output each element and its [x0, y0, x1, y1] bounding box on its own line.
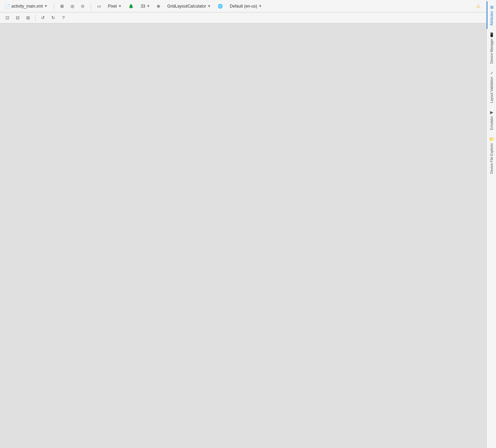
- tree-icon: 🌲: [128, 4, 134, 9]
- globe-icon: 🌐: [218, 4, 223, 9]
- device-type-icon: ▭: [95, 3, 103, 9]
- api-label: 33: [141, 4, 145, 9]
- locale-label: Default (en-us): [230, 4, 257, 9]
- redo-btn[interactable]: ↻: [49, 14, 58, 22]
- file-icon: 📄: [5, 4, 10, 9]
- device-arrow: ▼: [118, 4, 122, 8]
- camera-button[interactable]: ⊙: [79, 3, 86, 9]
- separator-1: [54, 3, 54, 10]
- file-label: activity_main.xml: [11, 4, 43, 9]
- emulator-tab[interactable]: ▶ Emulator: [487, 106, 496, 133]
- device-file-explorer-tab[interactable]: 📁 Device File Explorer: [487, 133, 496, 177]
- api-level-icon: 🌲: [126, 3, 136, 9]
- layout-validation-tab[interactable]: ✓ Layout Validation: [487, 67, 496, 106]
- layout-validation-label: Layout Validation: [490, 77, 494, 103]
- warning-button[interactable]: ⚠: [474, 3, 483, 10]
- app-dropdown[interactable]: GridLayoutCalculator ▼: [165, 3, 213, 9]
- undo-btn[interactable]: ↺: [38, 14, 47, 22]
- blueprint-view-btn[interactable]: ⊟: [13, 14, 22, 22]
- file-explorer-label: Device File Explorer: [490, 143, 494, 174]
- device-manager-label: Device Manager: [490, 39, 494, 64]
- api-arrow: ▼: [147, 4, 150, 8]
- normal-view-icon: ⊡: [6, 15, 9, 20]
- undo-icon: ↺: [41, 15, 45, 20]
- locale-dropdown[interactable]: Default (en-us) ▼: [228, 3, 264, 9]
- help-icon: ?: [62, 15, 64, 20]
- locale-icon: 🌐: [216, 3, 225, 9]
- layers-button[interactable]: ⊞: [58, 3, 66, 9]
- separator-2: [91, 3, 91, 10]
- device-manager-icon: 📱: [489, 32, 494, 37]
- locale-arrow: ▼: [258, 4, 262, 8]
- right-panel: ⊞ Attributes 📱 Device Manager ✓ Layout V…: [486, 0, 496, 448]
- phone-icon: ▭: [97, 4, 101, 9]
- emulator-icon: ▶: [490, 110, 493, 115]
- device-manager-tab[interactable]: 📱 Device Manager: [487, 29, 496, 67]
- main-toolbar: 📄 activity_main.xml ▼ ⊞ ◎ ⊙ ▭ Pixel ▼ 🌲 …: [0, 0, 496, 12]
- app-name: GridLayoutCalculator: [167, 4, 206, 9]
- camera-icon: ⊙: [81, 4, 84, 9]
- blueprint-icon: ⊟: [16, 15, 20, 20]
- attributes-label: Attributes: [490, 11, 494, 26]
- redo-icon: ↻: [51, 15, 55, 20]
- toolbar2-sep: [35, 14, 35, 21]
- file-dropdown-arrow: ▼: [44, 4, 48, 8]
- view-toolbar: ⊡ ⊟ ⊞ ↺ ↻ ?: [0, 12, 496, 23]
- attributes-tab[interactable]: ⊞ Attributes: [487, 1, 496, 29]
- file-explorer-icon: 📁: [489, 137, 494, 142]
- warning-icon: ⚠: [476, 3, 480, 9]
- device-label: Pixel: [108, 4, 117, 9]
- eye-button[interactable]: ◎: [69, 3, 76, 9]
- help-btn[interactable]: ?: [59, 14, 68, 22]
- app-arrow: ▼: [207, 4, 211, 8]
- design-view-btn[interactable]: ⊞: [23, 14, 32, 22]
- eye-icon: ◎: [71, 4, 74, 9]
- normal-view-btn[interactable]: ⊡: [3, 14, 12, 22]
- api-dropdown[interactable]: 33 ▼: [138, 3, 152, 9]
- app-icon-symbol: ⊕: [157, 4, 160, 9]
- device-dropdown[interactable]: Pixel ▼: [106, 3, 124, 9]
- layers-icon: ⊞: [60, 4, 64, 9]
- attributes-icon: ⊞: [490, 5, 494, 10]
- emulator-label: Emulator: [490, 116, 494, 130]
- file-dropdown[interactable]: 📄 activity_main.xml ▼: [3, 3, 50, 9]
- app-icon: ⊕: [155, 3, 162, 9]
- design-icon: ⊞: [26, 15, 30, 20]
- layout-validation-icon: ✓: [490, 71, 494, 75]
